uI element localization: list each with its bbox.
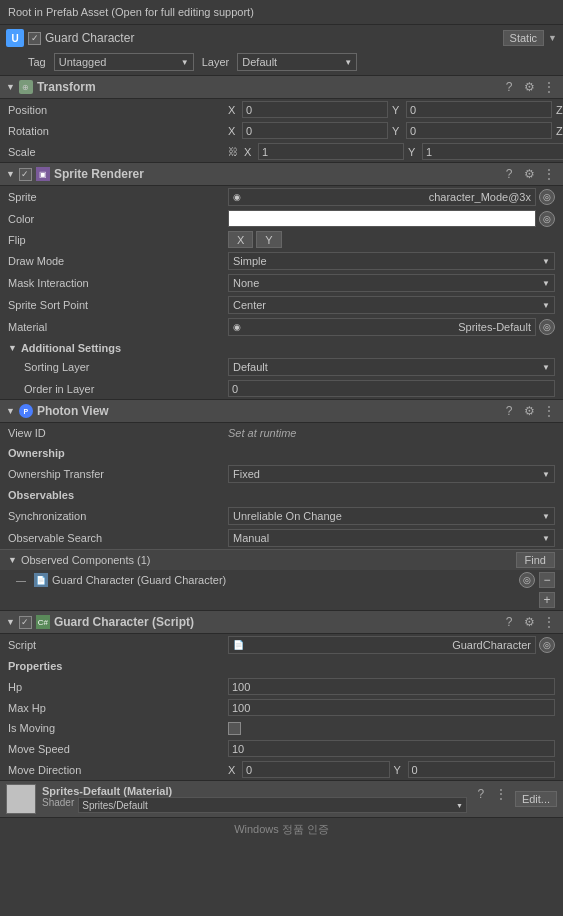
order-in-layer-input[interactable] [228, 380, 555, 397]
position-x-input[interactable] [242, 101, 388, 118]
observed-component-add-button[interactable]: + [539, 592, 555, 608]
flip-label: Flip [8, 234, 228, 246]
observable-search-label: Observable Search [8, 532, 228, 544]
sprite-renderer-section-header[interactable]: ▼ ▣ Sprite Renderer ? ⚙ ⋮ [0, 162, 563, 186]
view-id-label: View ID [8, 427, 228, 439]
sprite-row: Sprite ◉ character_Mode@3x ◎ [0, 186, 563, 208]
sprite-sort-point-dropdown[interactable]: Center ▼ [228, 296, 555, 314]
order-in-layer-row: Order in Layer [0, 378, 563, 399]
sorting-layer-dropdown[interactable]: Default ▼ [228, 358, 555, 376]
observables-row: Observables [0, 485, 563, 505]
photon-view-section-header[interactable]: ▼ P Photon View ? ⚙ ⋮ [0, 399, 563, 423]
material-select-btn[interactable]: ◎ [539, 319, 555, 335]
layer-dropdown[interactable]: Default ▼ [237, 53, 357, 71]
transform-title: Transform [37, 80, 497, 94]
sprite-dropdown[interactable]: ◉ character_Mode@3x [228, 188, 536, 206]
tag-value: Untagged [59, 56, 107, 68]
position-y-input[interactable] [406, 101, 552, 118]
move-direction-xyz: X Y [228, 761, 555, 778]
transform-icon: ⊕ [19, 80, 33, 94]
guard-character-script-help-icon[interactable]: ? [501, 614, 517, 630]
material-shader-value: Sprites/Default [82, 800, 148, 811]
view-id-row: View ID Set at runtime [0, 423, 563, 443]
move-speed-label: Move Speed [8, 743, 228, 755]
is-moving-checkbox[interactable] [228, 722, 241, 735]
static-dropdown-arrow[interactable]: ▼ [548, 33, 557, 43]
guard-character-script-arrow: ▼ [6, 617, 15, 627]
sprite-renderer-enabled-checkbox[interactable] [19, 168, 32, 181]
transform-section-header[interactable]: ▼ ⊕ Transform ? ⚙ ⋮ [0, 75, 563, 99]
move-direction-y-input[interactable] [408, 761, 556, 778]
hp-input[interactable] [228, 678, 555, 695]
color-select-btn[interactable]: ◎ [539, 211, 555, 227]
color-field[interactable] [228, 210, 536, 227]
find-button[interactable]: Find [516, 552, 555, 568]
guard-character-script-section-header[interactable]: ▼ C# Guard Character (Script) ? ⚙ ⋮ [0, 610, 563, 634]
sprite-renderer-arrow: ▼ [6, 169, 15, 179]
draw-mode-dropdown[interactable]: Simple ▼ [228, 252, 555, 270]
sprite-value: character_Mode@3x [429, 191, 531, 203]
material-help-icon[interactable]: ? [473, 786, 489, 802]
sprite-renderer-menu-icon[interactable]: ⋮ [541, 166, 557, 182]
flip-x-button[interactable]: X [228, 231, 253, 248]
observable-search-dropdown[interactable]: Manual ▼ [228, 529, 555, 547]
transform-settings-icon[interactable]: ⚙ [521, 79, 537, 95]
move-direction-x-input[interactable] [242, 761, 390, 778]
guard-character-script-enabled-checkbox[interactable] [19, 616, 32, 629]
observable-search-arrow: ▼ [542, 534, 550, 543]
max-hp-input[interactable] [228, 699, 555, 716]
photon-view-settings-icon[interactable]: ⚙ [521, 403, 537, 419]
sprite-renderer-help-icon[interactable]: ? [501, 166, 517, 182]
material-shader-label: Shader [42, 797, 74, 813]
ownership-transfer-dropdown[interactable]: Fixed ▼ [228, 465, 555, 483]
transform-help-icon[interactable]: ? [501, 79, 517, 95]
material-menu-icon[interactable]: ⋮ [493, 786, 509, 802]
photon-view-help-icon[interactable]: ? [501, 403, 517, 419]
sprite-sort-point-value: Center [233, 299, 266, 311]
observable-search-row: Observable Search Manual ▼ [0, 527, 563, 549]
observed-item-select-btn[interactable]: ◎ [519, 572, 535, 588]
color-row: Color ◎ [0, 208, 563, 229]
flip-y-button[interactable]: Y [256, 231, 281, 248]
photon-view-menu-icon[interactable]: ⋮ [541, 403, 557, 419]
script-select-btn[interactable]: ◎ [539, 637, 555, 653]
move-direction-label: Move Direction [8, 764, 228, 776]
material-dropdown[interactable]: ◉ Sprites-Default [228, 318, 536, 336]
rotation-label: Rotation [8, 125, 228, 137]
sorting-layer-row: Sorting Layer Default ▼ [0, 356, 563, 378]
windows-text: Windows 정품 인증 [234, 823, 329, 835]
rotation-xyz: X Y Z [228, 122, 563, 139]
script-dropdown[interactable]: 📄 GuardCharacter [228, 636, 536, 654]
rotation-y-input[interactable] [406, 122, 552, 139]
sprite-renderer-settings-icon[interactable]: ⚙ [521, 166, 537, 182]
object-enabled-checkbox[interactable] [28, 32, 41, 45]
synchronization-dropdown[interactable]: Unreliable On Change ▼ [228, 507, 555, 525]
ownership-transfer-arrow: ▼ [542, 470, 550, 479]
rotation-x-input[interactable] [242, 122, 388, 139]
scale-y-input[interactable] [422, 143, 563, 160]
material-section-icons: ? ⋮ [473, 786, 509, 802]
scale-x-label: X [244, 146, 254, 158]
material-shader-dropdown[interactable]: Sprites/Default ▼ [78, 797, 467, 813]
scale-x-input[interactable] [258, 143, 404, 160]
guard-character-script-menu-icon[interactable]: ⋮ [541, 614, 557, 630]
transform-menu-icon[interactable]: ⋮ [541, 79, 557, 95]
observed-components-label: Observed Components (1) [21, 554, 516, 566]
color-label: Color [8, 213, 228, 225]
transform-section-icons: ? ⚙ ⋮ [501, 79, 557, 95]
material-edit-button[interactable]: Edit... [515, 791, 557, 807]
material-thumbnail [6, 784, 36, 814]
observed-item-remove-btn[interactable]: − [539, 572, 555, 588]
observed-item-icon: 📄 [34, 573, 48, 587]
static-button[interactable]: Static [503, 30, 545, 46]
tag-dropdown[interactable]: Untagged ▼ [54, 53, 194, 71]
move-speed-input[interactable] [228, 740, 555, 757]
ownership-transfer-label: Ownership Transfer [8, 468, 228, 480]
guard-character-script-settings-icon[interactable]: ⚙ [521, 614, 537, 630]
guard-character-script-icon: C# [36, 615, 50, 629]
mask-interaction-row: Mask Interaction None ▼ [0, 272, 563, 294]
sprite-select-btn[interactable]: ◎ [539, 189, 555, 205]
additional-settings-header[interactable]: ▼ Additional Settings [0, 340, 563, 356]
photon-view-title: Photon View [37, 404, 497, 418]
mask-interaction-dropdown[interactable]: None ▼ [228, 274, 555, 292]
